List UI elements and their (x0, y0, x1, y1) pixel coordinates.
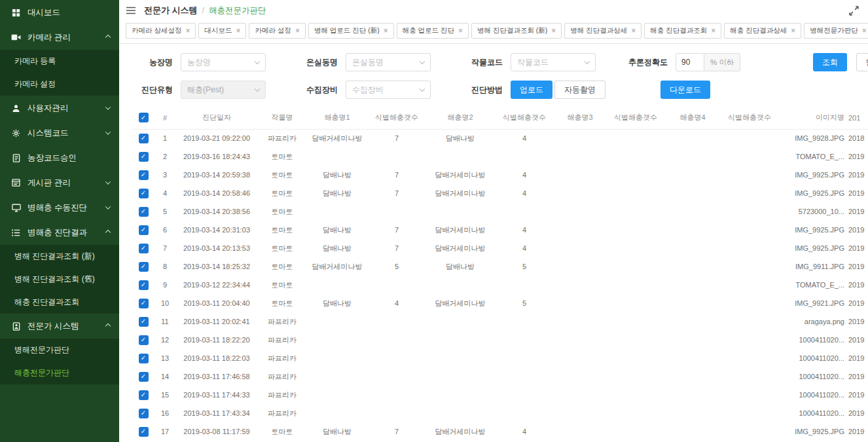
row-checkbox[interactable]: ✓ (139, 280, 149, 290)
table-row[interactable]: ✓62019-03-14 20:31:03토마토담배나방7담배거세미나방4IMG… (132, 221, 868, 239)
table-row[interactable]: ✓52019-03-14 20:38:56토마토5723000_10...201… (132, 202, 868, 221)
tab-close-icon[interactable]: × (791, 27, 795, 35)
table-row[interactable]: ✓112019-03-11 20:02:41파프리카aragaya.png201… (132, 312, 868, 331)
tab[interactable]: 병해전문가판단× (804, 23, 868, 39)
sidebar-item[interactable]: 게시판 관리 (0, 170, 119, 195)
table-cell: 2019 (848, 349, 868, 367)
row-checkbox[interactable]: ✓ (139, 152, 149, 162)
close-button[interactable]: 닫기 (856, 53, 868, 71)
table-cell: 담배나방 (306, 166, 368, 184)
tab[interactable]: 카메라 상세설정× (126, 23, 196, 39)
tab-close-icon[interactable]: × (384, 27, 388, 35)
tab[interactable]: 해충 진단결과조회× (644, 23, 721, 39)
method-upload-button[interactable]: 업로드 (511, 81, 552, 99)
sidebar-item[interactable]: 농장코드승인 (0, 145, 119, 170)
table-cell (495, 367, 554, 386)
table-cell (495, 202, 554, 221)
tab-close-icon[interactable]: × (458, 27, 463, 35)
table-cell: 2019-03-11 17:46:58 (175, 367, 258, 386)
row-checkbox[interactable]: ✓ (139, 335, 149, 345)
fullscreen-expand-icon[interactable] (849, 6, 859, 16)
crop-code-select[interactable]: 작물코드 (511, 53, 596, 71)
row-checkbox[interactable]: ✓ (139, 262, 149, 272)
row-checkbox[interactable]: ✓ (139, 317, 149, 327)
table-cell: IMG_9925.JPG (779, 422, 848, 441)
row-checkbox[interactable]: ✓ (139, 170, 149, 180)
row-checkbox[interactable]: ✓ (139, 427, 149, 437)
method-auto-button[interactable]: 자동촬영 (554, 81, 606, 99)
farm-name-select[interactable]: 농장명 (181, 53, 266, 71)
table-row[interactable]: ✓172019-03-08 11:17:59토마토담배나방7담배거세미나방4IM… (132, 422, 868, 441)
table-row[interactable]: ✓162019-03-11 17:43:34파프리카1000411020...2… (132, 404, 868, 422)
table-row[interactable]: ✓102019-03-11 20:04:40토마토담배나방4담배거세미나방5IM… (132, 294, 868, 312)
tab[interactable]: 해충 업로드 진단× (397, 23, 469, 39)
table-row[interactable]: ✓142019-03-11 17:46:58파프리카1000411020...2… (132, 367, 868, 386)
sidebar-subitem[interactable]: 병해전문가판단 (0, 339, 119, 361)
tab[interactable]: 병해 업로드 진단 (新)× (308, 23, 394, 39)
sidebar-item[interactable]: 카메라 관리 (0, 25, 119, 50)
table-cell (720, 184, 779, 202)
table-row[interactable]: ✓22019-03-16 18:24:43토마토TOMATO_E_...2019 (132, 147, 868, 166)
search-button[interactable]: 조회 (813, 53, 847, 71)
table-row[interactable]: ✓122019-03-11 18:22:20파프리카1000411020...2… (132, 331, 868, 349)
device-select[interactable]: 수집장비 (346, 81, 431, 99)
row-checkbox[interactable]: ✓ (139, 354, 149, 363)
table-cell: 2019 (848, 276, 868, 294)
table-row[interactable]: ✓132019-03-11 18:22:03파프리카1000411020...2… (132, 349, 868, 367)
table-row[interactable]: ✓42019-03-14 20:58:46토마토담배나방7담배거세미나방4IMG… (132, 184, 868, 202)
sidebar-item[interactable]: 병해충 수동진단 (0, 195, 119, 220)
row-checkbox[interactable]: ✓ (139, 134, 149, 143)
table-cell (425, 331, 495, 349)
row-checkbox[interactable]: ✓ (139, 244, 149, 253)
greenhouse-select[interactable]: 온실동명 (346, 53, 431, 71)
sidebar-item[interactable]: 시스템코드 (0, 120, 119, 145)
table-row[interactable]: ✓32019-03-14 20:59:38토마토담배나방7담배거세미나방4IMG… (132, 166, 868, 184)
sidebar-item-label: 농장코드승인 (27, 153, 110, 164)
sidebar-item[interactable]: 병해충 진단결과 (0, 220, 119, 245)
sidebar-subitem[interactable]: 카메라 등록 (0, 50, 119, 73)
sidebar-subitem[interactable]: 해충 진단결과조회 (0, 291, 119, 314)
sidebar-subitem[interactable]: 병해 진단결과조회 (舊) (0, 268, 119, 291)
table-row[interactable]: ✓92019-03-12 22:34:44토마토TOMATO_E_...2019 (132, 276, 868, 294)
table-cell: 1000411020... (779, 386, 848, 404)
row-checkbox[interactable]: ✓ (139, 299, 149, 308)
row-checkbox[interactable]: ✓ (139, 390, 149, 400)
table-cell: 1000411020... (779, 367, 848, 386)
row-checkbox[interactable]: ✓ (139, 207, 149, 217)
select-all-checkbox[interactable]: ✓ (139, 113, 149, 122)
accuracy-input[interactable] (676, 53, 704, 71)
dashboard-icon (10, 9, 22, 17)
tab-close-icon[interactable]: × (551, 27, 556, 35)
row-checkbox[interactable]: ✓ (139, 409, 149, 418)
tab-close-icon[interactable]: × (185, 27, 190, 35)
tab-close-icon[interactable]: × (631, 27, 636, 35)
sidebar-subitem[interactable]: 해충전문가판단 (0, 361, 119, 384)
sidebar-item[interactable]: 사용자관리 (0, 96, 119, 120)
hamburger-menu-icon[interactable] (126, 6, 136, 15)
table-cell: 파프리카 (258, 404, 306, 422)
table-row[interactable]: ✓72019-03-14 20:13:53토마토담배나방7담배거세미나방4IMG… (132, 239, 868, 257)
table-row[interactable]: ✓82019-03-14 18:25:32토마토담배거세미나방5담배나방5IMG… (132, 257, 868, 276)
download-button[interactable]: 다운로드 (660, 81, 710, 99)
tab-close-icon[interactable]: × (711, 27, 715, 35)
tab[interactable]: 대시보드× (198, 23, 246, 39)
tab-close-icon[interactable]: × (862, 27, 867, 35)
row-checkbox[interactable]: ✓ (139, 372, 149, 382)
sidebar-item[interactable]: 전문가 시스템 (0, 314, 119, 339)
tab-close-icon[interactable]: × (295, 27, 300, 35)
table-row[interactable]: ✓152019-03-11 17:44:33파프리카1000411020...2… (132, 386, 868, 404)
table-cell: aragaya.png (779, 312, 848, 331)
diagnosis-type-select[interactable]: 해충(Pest) (181, 81, 266, 99)
row-checkbox[interactable]: ✓ (139, 225, 149, 235)
sidebar-subitem[interactable]: 병해 진단결과조회 (新) (0, 245, 119, 268)
tab[interactable]: 해충 진단결과상세× (724, 23, 801, 39)
table-row[interactable]: ✓12019-03-21 09:22:00파프리카담배거세미나방7담배나방4IM… (132, 129, 868, 147)
sidebar-item[interactable]: 대시보드 (0, 0, 119, 25)
tab[interactable]: 병해 진단결과조회 (新)× (471, 23, 562, 39)
tab[interactable]: 병해 진단결과상세× (564, 23, 642, 39)
row-checkbox[interactable]: ✓ (139, 189, 149, 198)
tab[interactable]: 카메라 설정× (249, 23, 305, 39)
table-cell: 2019 (848, 404, 868, 422)
sidebar-subitem[interactable]: 카메라 설정 (0, 73, 119, 96)
tab-close-icon[interactable]: × (236, 27, 240, 35)
